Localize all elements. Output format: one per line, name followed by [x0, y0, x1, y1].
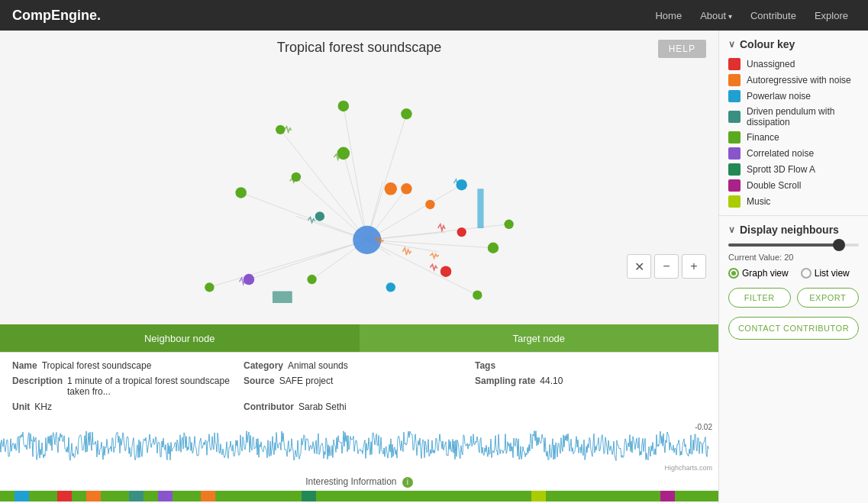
color-key-item-label: Correlated noise — [747, 148, 814, 159]
color-block — [331, 491, 345, 501]
color-swatch — [728, 58, 741, 70]
color-blocks-row — [0, 491, 718, 501]
zoom-reset-button[interactable]: ✕ — [627, 254, 651, 279]
nav-home[interactable]: Home — [647, 7, 689, 24]
nav-contribute[interactable]: Contribute — [743, 7, 804, 24]
slider-thumb[interactable] — [833, 239, 845, 251]
help-button[interactable]: HELP — [658, 40, 706, 58]
source-value: SAFE project — [279, 376, 334, 386]
color-block — [57, 491, 72, 501]
contributor-value: Sarab Sethi — [298, 401, 347, 412]
color-key-item: Finance — [728, 131, 859, 143]
tags-label: Tags — [475, 360, 495, 371]
zoom-out-button[interactable]: − — [654, 254, 679, 279]
color-swatch — [728, 195, 741, 208]
contact-contributor-button[interactable]: CONTACT CONTRIBUTOR — [728, 317, 859, 340]
zoom-in-button[interactable]: + — [682, 254, 706, 279]
color-block — [575, 491, 589, 501]
interesting-bar: Interesting Information i — [0, 473, 718, 489]
color-block — [173, 491, 187, 501]
svg-point-29 — [401, 183, 411, 194]
color-block — [618, 491, 632, 501]
info-category: Category Animal sounds — [244, 360, 475, 371]
neighbours-label: Display neighbours — [740, 224, 839, 236]
color-key-item-label: Sprott 3D Flow A — [747, 164, 815, 175]
info-contributor: Contributor Sarab Sethi — [244, 401, 475, 412]
color-block — [158, 491, 173, 501]
color-block — [359, 491, 373, 501]
color-block — [215, 491, 230, 501]
slider-track — [728, 243, 859, 247]
color-block — [460, 491, 474, 501]
contributor-label: Contributor — [244, 401, 294, 412]
category-value: Animal sounds — [288, 360, 348, 371]
color-block — [474, 491, 489, 501]
color-block — [417, 491, 431, 501]
tab-neighbour-node[interactable]: Neighbour node — [0, 324, 360, 352]
neighbours-chevron: ∨ — [728, 224, 735, 235]
color-block — [517, 491, 531, 501]
current-value-label: Current Value: — [728, 253, 782, 262]
sampling-value: 44.10 — [540, 376, 563, 386]
color-block — [15, 491, 29, 501]
color-key-item: Music — [728, 195, 859, 208]
color-block — [489, 491, 503, 501]
filter-button[interactable]: FILTER — [728, 288, 791, 308]
svg-point-26 — [235, 187, 246, 198]
svg-point-40 — [401, 108, 411, 119]
colour-key-label: Colour key — [740, 38, 795, 50]
radio-list-view[interactable]: List view — [801, 268, 850, 279]
filter-export-row: FILTER EXPORT — [728, 288, 859, 308]
description-value: 1 minute of a tropical forest soundscape… — [67, 376, 244, 397]
color-block — [129, 491, 144, 501]
svg-point-30 — [425, 200, 434, 209]
nav-explore[interactable]: Explore — [807, 7, 856, 24]
category-label: Category — [244, 360, 283, 371]
color-swatch — [728, 179, 741, 192]
zoom-controls: ✕ − + — [627, 254, 706, 279]
nav-about[interactable]: About — [692, 7, 740, 24]
color-block — [302, 491, 316, 501]
graph-container: Tropical forest soundscape HELP — [0, 31, 718, 324]
color-block — [632, 491, 647, 501]
svg-point-33 — [315, 211, 324, 221]
slider-fill — [728, 243, 839, 247]
graph-view-radio-dot[interactable] — [728, 268, 739, 279]
svg-rect-43 — [477, 189, 483, 228]
color-key-item: Autoregressive with noise — [728, 74, 859, 86]
color-key-item-label: Music — [747, 196, 770, 207]
color-block — [201, 491, 215, 501]
tab-target-node[interactable]: Target node — [360, 324, 719, 352]
color-swatch — [728, 74, 741, 86]
color-block — [402, 491, 417, 501]
color-block — [603, 491, 618, 501]
color-block — [445, 491, 460, 501]
interesting-info-icon: i — [402, 477, 413, 488]
color-key-item-label: Driven pendulum with dissipation — [747, 106, 859, 127]
svg-rect-42 — [273, 292, 292, 303]
waveform-container: -0.02 Highcharts.com — [0, 420, 718, 473]
color-block — [144, 491, 158, 501]
list-view-radio-dot[interactable] — [801, 268, 812, 279]
svg-rect-0 — [5, 59, 714, 303]
color-block — [373, 491, 388, 501]
color-block — [287, 491, 302, 501]
colour-key-section: ∨ Colour key UnassignedAutoregressive wi… — [719, 31, 868, 216]
graph-title: Tropical forest soundscape — [0, 31, 718, 59]
color-swatch — [728, 163, 741, 176]
color-key-list: UnassignedAutoregressive with noisePower… — [728, 58, 859, 208]
color-key-item: Double Scroll — [728, 179, 859, 192]
export-button[interactable]: EXPORT — [797, 288, 860, 308]
radio-group: Graph view List view — [728, 268, 859, 279]
info-name: Name Tropical forest soundscape — [12, 360, 244, 371]
color-key-item-label: Powerlaw noise — [747, 91, 811, 102]
waveform-credit: Highcharts.com — [664, 464, 712, 472]
interesting-label: Interesting Information — [305, 476, 396, 487]
slider-container — [728, 243, 859, 247]
svg-point-35 — [386, 282, 395, 292]
color-swatch — [728, 111, 741, 123]
info-tags: Tags — [475, 360, 706, 371]
graph-svg[interactable] — [0, 59, 718, 303]
radio-graph-view[interactable]: Graph view — [728, 268, 789, 279]
description-label: Description — [12, 376, 63, 386]
